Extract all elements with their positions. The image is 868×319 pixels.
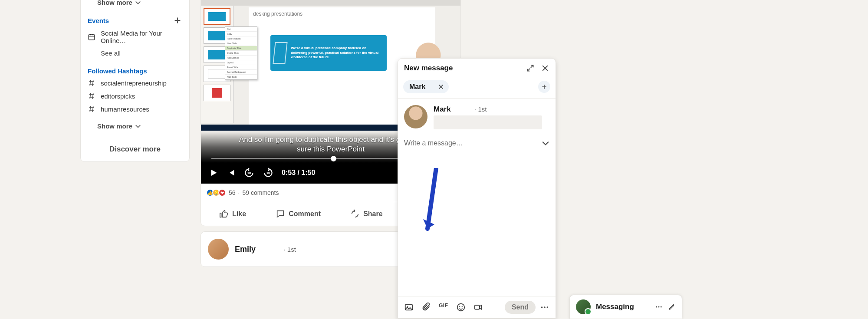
close-icon[interactable] — [541, 64, 549, 72]
calendar-icon — [88, 33, 95, 41]
reactions-count: 56 — [229, 189, 236, 196]
profile-degree: · 1st — [474, 105, 487, 113]
chevron-down-icon — [135, 0, 141, 6]
comment-icon — [276, 209, 285, 219]
remove-recipient-icon[interactable] — [437, 83, 444, 90]
compose-icon[interactable] — [668, 303, 676, 311]
chevron-down-icon[interactable] — [542, 139, 549, 147]
events-see-all[interactable]: See all — [81, 47, 189, 61]
messaging-title: Messaging — [596, 303, 650, 311]
video-icon[interactable] — [473, 303, 483, 312]
show-more-label: Show more — [97, 122, 132, 130]
sidebar-card: Show more Events Social Media for Your O… — [80, 0, 190, 162]
hashtag-item[interactable]: socialentrepreneurship — [81, 76, 189, 89]
hashtags-heading[interactable]: Followed Hashtags — [88, 67, 147, 75]
event-label: Social Media for Your Online… — [101, 30, 182, 44]
more-options-icon[interactable] — [540, 303, 549, 312]
compose-title: New message — [404, 64, 453, 72]
hashtag-label: editorspicks — [101, 92, 135, 100]
comments-count[interactable]: 59 comments — [242, 189, 279, 196]
send-message-button[interactable]: Send — [505, 301, 536, 314]
image-icon[interactable] — [404, 303, 414, 312]
like-icon — [219, 209, 229, 219]
recipient-chip[interactable]: Mark — [403, 80, 449, 93]
svg-point-5 — [457, 304, 464, 311]
gif-button[interactable]: GIF — [439, 303, 448, 312]
comment-button[interactable]: Comment — [270, 205, 326, 223]
comment-label: Comment — [289, 210, 321, 218]
add-recipient-button[interactable] — [538, 81, 550, 93]
svg-point-7 — [461, 306, 462, 307]
profile-role-placeholder — [434, 115, 542, 129]
annotation-arrow — [423, 168, 441, 237]
emoji-icon[interactable] — [456, 303, 466, 312]
discover-more-button[interactable]: Discover more — [81, 137, 189, 161]
reaction-icons: 👍 💡 ❤ — [208, 189, 226, 197]
hashtag-label: humanresources — [101, 105, 149, 113]
svg-point-14 — [661, 306, 662, 308]
chevron-down-icon — [135, 123, 141, 129]
play-button[interactable] — [209, 168, 218, 178]
profile-name: Mark — [434, 105, 451, 113]
connection-degree: · 1st — [283, 246, 296, 253]
svg-point-10 — [544, 306, 546, 308]
slide-text: We're a virtual presence company focused… — [291, 46, 383, 59]
share-button[interactable]: Share — [345, 205, 388, 223]
svg-text:10: 10 — [266, 171, 270, 175]
hash-icon — [88, 92, 95, 100]
dot-separator: · — [238, 189, 240, 196]
context-menu: CutCopyPaste Options New SlideDuplicate … — [225, 26, 257, 80]
avatar — [208, 239, 229, 260]
previous-button[interactable] — [226, 168, 236, 178]
more-options-icon[interactable] — [655, 303, 663, 311]
hashtag-label: socialentrepreneurship — [101, 79, 167, 87]
rewind-10-button[interactable]: 10 — [243, 167, 255, 178]
hashtag-item[interactable]: humanresources — [81, 102, 189, 115]
like-label: Like — [232, 210, 246, 218]
slide-content-card: We're a virtual presence company focused… — [270, 35, 387, 71]
video-time: 0:53 / 1:50 — [282, 169, 315, 177]
add-event-icon[interactable] — [173, 16, 182, 25]
events-heading[interactable]: Events — [88, 17, 109, 24]
author-name: Emily — [235, 245, 256, 253]
slide-brand-label: deskrig presentations — [253, 11, 302, 17]
event-item[interactable]: Social Media for Your Online… — [81, 27, 189, 47]
message-input[interactable]: Write a message… — [404, 139, 463, 147]
compose-body[interactable]: Write a message… — [398, 133, 556, 296]
avatar — [404, 105, 427, 128]
like-button[interactable]: Like — [214, 205, 251, 223]
svg-rect-8 — [474, 305, 479, 309]
svg-point-11 — [547, 306, 549, 308]
attachment-icon[interactable] — [421, 303, 431, 312]
recipient-name: Mark — [409, 83, 425, 91]
svg-rect-0 — [89, 35, 95, 40]
show-more-label: Show more — [97, 0, 132, 6]
share-icon — [350, 209, 360, 219]
video-controls: 10 10 0:53 / 1:50 — [209, 167, 315, 178]
show-more-top[interactable]: Show more — [81, 0, 189, 13]
show-more-hashtags[interactable]: Show more — [81, 115, 189, 137]
share-label: Share — [363, 210, 382, 218]
messaging-pill[interactable]: Messaging — [569, 295, 682, 319]
love-reaction-icon: ❤ — [218, 189, 226, 197]
recipient-profile[interactable]: Mark · 1st — [398, 99, 556, 133]
expand-icon[interactable] — [526, 64, 535, 72]
avatar — [576, 299, 591, 314]
svg-point-9 — [541, 306, 543, 308]
progress-thumb[interactable] — [331, 156, 336, 161]
svg-point-6 — [459, 306, 460, 307]
new-message-panel: New message Mark Mark · 1st Write a mess… — [398, 58, 556, 319]
hashtag-item[interactable]: editorspicks — [81, 89, 189, 102]
svg-text:10: 10 — [247, 171, 251, 175]
svg-point-12 — [656, 306, 657, 308]
forward-10-button[interactable]: 10 — [263, 167, 274, 178]
hash-icon — [88, 79, 95, 87]
hash-icon — [88, 105, 95, 113]
svg-point-13 — [658, 306, 660, 308]
